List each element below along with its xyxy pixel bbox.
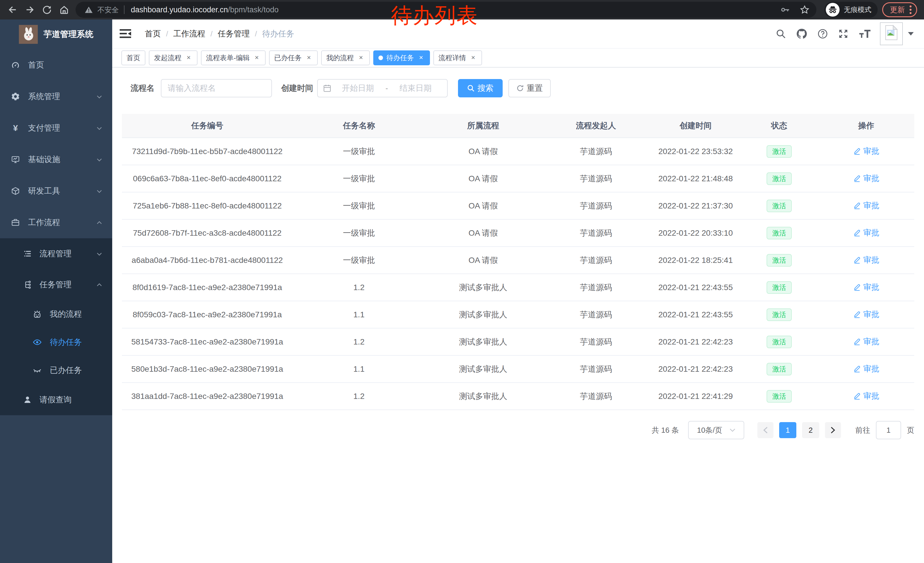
approve-link[interactable]: 审批: [853, 255, 879, 266]
cell-starter: 芋道源码: [541, 282, 651, 293]
table-row: 381aa1dd-7ac8-11ec-a9e2-a2380e71991a1.2测…: [122, 383, 914, 410]
home-button[interactable]: [56, 2, 72, 18]
tab-流程详情[interactable]: 流程详情×: [434, 50, 482, 65]
approve-link[interactable]: 审批: [853, 227, 879, 238]
avatar[interactable]: [880, 23, 903, 45]
forward-button[interactable]: [22, 2, 38, 18]
tab-我的流程[interactable]: 我的流程×: [321, 50, 370, 65]
process-name-input[interactable]: 请输入流程名: [161, 79, 272, 98]
sidebar-collapse-button[interactable]: [119, 28, 132, 39]
cell-time: 2022-01-21 22:42:23: [651, 365, 740, 374]
status-badge: 激活: [766, 145, 792, 158]
github-icon[interactable]: [796, 29, 807, 39]
password-key-icon[interactable]: [780, 5, 790, 15]
cell-action: 审批: [818, 336, 914, 348]
reload-button[interactable]: [39, 2, 55, 18]
app-logo[interactable]: 芋道管理系统: [0, 20, 112, 49]
update-label: 更新: [890, 5, 905, 15]
browser-window: 不安全 dashboard.yudao.iocoder.cn/bpm/task/…: [0, 0, 924, 563]
search-icon[interactable]: [776, 29, 786, 39]
chevron-down-icon: [96, 188, 102, 194]
cell-process: 测试多审批人: [425, 391, 541, 402]
incognito-icon: [825, 3, 840, 17]
breadcrumb-item[interactable]: 工作流程: [173, 29, 205, 39]
prev-page-button[interactable]: [758, 422, 773, 438]
sidebar-item-process-mgmt[interactable]: 流程管理: [0, 238, 112, 269]
breadcrumb-item[interactable]: 任务管理: [218, 29, 250, 39]
status-badge: 激活: [766, 173, 792, 185]
sidebar-item-workflow[interactable]: 工作流程: [0, 207, 112, 238]
approve-link[interactable]: 审批: [853, 336, 879, 347]
approve-link[interactable]: 审批: [853, 363, 879, 374]
update-button[interactable]: 更新: [882, 2, 917, 17]
cell-name: 一级审批: [292, 173, 425, 184]
tab-已办任务[interactable]: 已办任务×: [269, 50, 318, 65]
date-range-picker[interactable]: 开始日期 - 结束日期: [317, 79, 448, 98]
approve-label: 审批: [863, 146, 879, 157]
goto-page-input[interactable]: 1: [876, 421, 901, 439]
avatar-caret-icon[interactable]: [908, 32, 914, 36]
cell-name: 一级审批: [292, 146, 425, 157]
fullscreen-icon[interactable]: [838, 29, 848, 39]
approve-link[interactable]: 审批: [853, 309, 879, 320]
sidebar-item-system[interactable]: 系统管理: [0, 81, 112, 112]
cell-action: 审批: [818, 255, 914, 266]
sidebar-item-task-mgmt[interactable]: 任务管理: [0, 269, 112, 300]
tab-close-icon[interactable]: ×: [185, 54, 192, 62]
tab-close-icon[interactable]: ×: [357, 54, 364, 62]
approve-link[interactable]: 审批: [853, 282, 879, 293]
reset-icon: [516, 84, 524, 92]
tab-close-icon[interactable]: ×: [417, 54, 425, 62]
approve-link[interactable]: 审批: [853, 390, 879, 401]
omnibox-divider: [124, 6, 124, 14]
sidebar-item-todo-task[interactable]: 待办任务: [0, 328, 112, 356]
cell-process: 测试多审批人: [425, 309, 541, 320]
sidebar-item-label: 基础设施: [28, 154, 60, 165]
sidebar-item-my-process[interactable]: 我的流程: [0, 300, 112, 328]
browser-menu-icon[interactable]: [909, 5, 912, 14]
cell-time: 2022-01-21 22:43:55: [651, 283, 740, 292]
font-size-icon[interactable]: [859, 29, 871, 39]
status-badge: 激活: [766, 200, 792, 212]
sidebar-item-label: 工作流程: [28, 217, 60, 228]
approve-link[interactable]: 审批: [853, 146, 879, 157]
date-start-placeholder: 开始日期: [332, 83, 384, 94]
tab-close-icon[interactable]: ×: [470, 54, 477, 62]
hamburger-icon: [120, 29, 131, 39]
cell-status: 激活: [740, 363, 818, 375]
cell-time: 2022-01-21 22:42:23: [651, 337, 740, 347]
broken-image-icon: [885, 25, 898, 41]
search-button[interactable]: 搜索: [458, 79, 502, 98]
tab-close-icon[interactable]: ×: [305, 54, 313, 62]
tab-待办任务[interactable]: 待办任务×: [373, 50, 430, 65]
cell-status: 激活: [740, 281, 818, 294]
page-size-select[interactable]: 10条/页: [688, 421, 744, 439]
tab-发起流程[interactable]: 发起流程×: [149, 50, 198, 65]
cell-starter: 芋道源码: [541, 336, 651, 347]
page-button-2[interactable]: 2: [802, 422, 819, 438]
help-icon[interactable]: [818, 29, 828, 39]
tab-流程表单-编辑[interactable]: 流程表单-编辑×: [201, 50, 266, 65]
sidebar-menu: 首页系统管理¥支付管理基础设施研发工具工作流程流程管理任务管理我的流程待办任务已…: [0, 49, 112, 415]
next-page-button[interactable]: [825, 422, 841, 438]
sidebar-item-leave-query[interactable]: 请假查询: [0, 384, 112, 415]
cell-id: 580e1b3d-7ac8-11ec-a9e2-a2380e71991a: [122, 365, 292, 374]
page-button-1[interactable]: 1: [779, 422, 796, 438]
cell-name: 1.1: [292, 365, 425, 374]
approve-link[interactable]: 审批: [853, 173, 879, 184]
approve-link[interactable]: 审批: [853, 200, 879, 211]
bookmark-star-icon[interactable]: [800, 5, 810, 15]
tab-close-icon[interactable]: ×: [253, 54, 261, 62]
breadcrumb-item[interactable]: 首页: [145, 29, 161, 39]
sidebar-item-done-task[interactable]: 已办任务: [0, 356, 112, 384]
chevron-down-icon: [96, 94, 102, 100]
sidebar-item-label: 我的流程: [50, 309, 82, 320]
cell-id: 381aa1dd-7ac8-11ec-a9e2-a2380e71991a: [122, 392, 292, 401]
sidebar-item-devtools[interactable]: 研发工具: [0, 175, 112, 207]
reset-button[interactable]: 重置: [508, 79, 551, 98]
sidebar-item-payment[interactable]: ¥支付管理: [0, 112, 112, 144]
tab-首页[interactable]: 首页: [122, 50, 146, 65]
sidebar-item-home[interactable]: 首页: [0, 49, 112, 81]
back-button[interactable]: [4, 2, 21, 18]
sidebar-item-infra[interactable]: 基础设施: [0, 144, 112, 175]
